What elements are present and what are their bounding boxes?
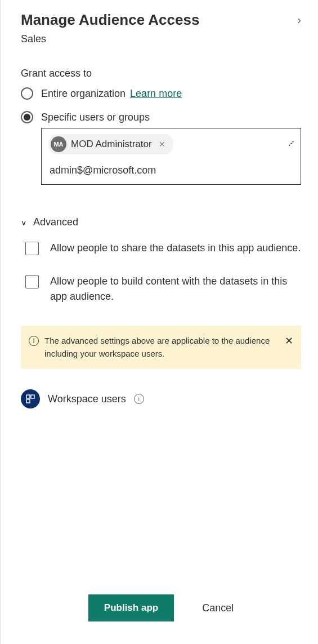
radio-entire-organization-label: Entire organization: [41, 88, 126, 100]
workspace-info-icon[interactable]: i: [134, 394, 144, 404]
learn-more-link[interactable]: Learn more: [130, 88, 182, 100]
close-banner-icon[interactable]: ✕: [285, 335, 293, 347]
user-chip: MA MOD Administrator ✕: [48, 134, 173, 154]
avatar: MA: [51, 136, 66, 152]
collapse-panel-icon[interactable]: ›: [297, 14, 301, 26]
chip-name: MOD Administrator: [71, 139, 152, 150]
advanced-expander[interactable]: ∨ Advanced: [21, 216, 301, 228]
grant-access-label: Grant access to: [21, 68, 301, 79]
radio-entire-organization[interactable]: [21, 87, 33, 100]
checkbox-allow-share-label: Allow people to share the datasets in th…: [50, 241, 301, 256]
people-picker-input[interactable]: [48, 162, 294, 179]
workspace-users-label: Workspace users: [48, 393, 126, 405]
checkbox-allow-share[interactable]: [25, 242, 39, 255]
people-picker[interactable]: MA MOD Administrator ✕ ⁝: [41, 128, 301, 185]
remove-chip-icon[interactable]: ✕: [156, 140, 168, 149]
info-icon: i: [29, 336, 39, 346]
cancel-button[interactable]: Cancel: [202, 602, 234, 614]
svg-rect-0: [26, 395, 30, 398]
advanced-label: Advanced: [33, 216, 78, 228]
picker-menu-icon[interactable]: ⁝: [285, 138, 297, 150]
panel-subtitle: Sales: [21, 33, 301, 45]
info-banner-text: The advanced settings above are applicab…: [44, 335, 279, 360]
publish-app-button[interactable]: Publish app: [88, 594, 174, 621]
info-banner: i The advanced settings above are applic…: [21, 326, 301, 369]
radio-specific-users-label: Specific users or groups: [41, 112, 150, 123]
radio-specific-users[interactable]: [21, 111, 33, 123]
svg-rect-1: [31, 395, 34, 398]
checkbox-allow-build[interactable]: [25, 275, 39, 288]
workspace-icon: [21, 389, 40, 408]
svg-rect-2: [26, 399, 30, 403]
checkbox-allow-build-label: Allow people to build content with the d…: [50, 274, 301, 304]
chevron-down-icon: ∨: [21, 218, 26, 227]
panel-title: Manage Audience Access: [21, 11, 199, 29]
